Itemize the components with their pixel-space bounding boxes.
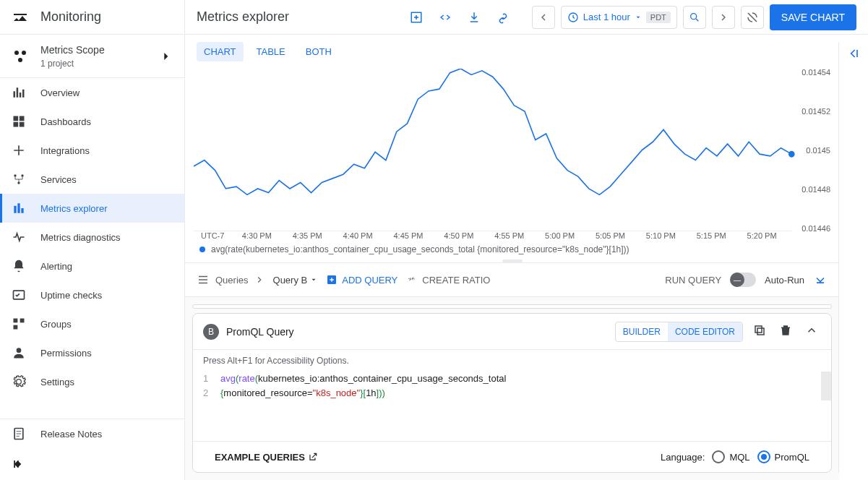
nav-label: Groups [40, 319, 72, 330]
chevron-left-icon [538, 12, 549, 23]
x-tick: 5:00 PM [535, 231, 585, 240]
tab-chart[interactable]: CHART [197, 42, 244, 61]
y-tick: 0.0145 [806, 146, 830, 155]
tab-table[interactable]: TABLE [249, 42, 293, 61]
nav-label: Overview [40, 87, 80, 98]
collapse-card-button[interactable] [802, 321, 821, 342]
zoom-icon [689, 12, 700, 23]
time-prev-button[interactable] [532, 6, 555, 29]
integrations-icon [12, 143, 26, 158]
nav-release-notes[interactable]: Release Notes [0, 419, 184, 448]
side-panel [839, 35, 868, 480]
x-tick: 4:40 PM [332, 231, 383, 240]
dropdown-icon [635, 14, 642, 21]
create-ratio-button[interactable]: CREATE RATIO [406, 274, 490, 286]
chart-svg [194, 69, 830, 231]
svg-point-17 [788, 151, 795, 158]
legend-text: avg(rate(kubernetes_io:anthos_container_… [211, 244, 629, 254]
auto-refresh-button[interactable] [741, 6, 764, 29]
zoom-button[interactable] [683, 6, 706, 29]
chart[interactable]: 0.01454 0.01452 0.0145 0.01448 0.01446 [194, 69, 830, 231]
query-selector[interactable]: Query B [273, 275, 318, 286]
query-card: B PromQL Query BUILDER CODE EDITOR Press… [192, 313, 832, 473]
svg-point-3 [17, 149, 20, 151]
nav-services[interactable]: Services [0, 165, 184, 194]
trash-icon [779, 324, 792, 337]
link-button[interactable] [491, 6, 515, 29]
svg-point-5 [21, 174, 23, 176]
delete-button[interactable] [776, 321, 795, 342]
nav-settings[interactable]: Settings [0, 367, 184, 396]
panel-toggle[interactable] [846, 46, 861, 63]
editor-wrap: B PromQL Query BUILDER CODE EDITOR Press… [185, 297, 839, 480]
metrics-scope[interactable]: Metrics Scope 1 project [0, 35, 184, 78]
view-tabs: CHART TABLE BOTH [185, 35, 839, 69]
example-queries-link[interactable]: EXAMPLE QUERIES [215, 452, 318, 463]
nav-groups[interactable]: Groups [0, 309, 184, 338]
accessibility-hint: Press Alt+F1 for Accessibility Options. [193, 350, 831, 372]
nav-permissions[interactable]: Permissions [0, 338, 184, 367]
sidebar-collapse[interactable] [0, 448, 184, 480]
chevron-right-icon [254, 275, 265, 285]
groups-icon [12, 317, 26, 331]
add-query-button[interactable]: ADD QUERY [326, 274, 398, 286]
code-editor-button[interactable]: CODE EDITOR [668, 322, 742, 341]
sidebar-header: Monitoring [0, 0, 184, 35]
nav-label: Permissions [40, 348, 92, 359]
svg-point-1 [22, 51, 26, 55]
list-icon [197, 273, 210, 286]
language-label: Language: [661, 452, 705, 463]
nav-label: Alerting [40, 261, 72, 272]
copy-button[interactable] [750, 321, 769, 342]
time-range-label: Last 1 hour [583, 12, 630, 22]
y-tick: 0.01448 [802, 185, 830, 194]
query-selected: Query B [273, 275, 308, 286]
services-icon [12, 172, 26, 187]
nav-label: Metrics explorer [40, 203, 107, 214]
time-range-button[interactable]: Last 1 hour PDT [561, 6, 677, 29]
nav-overview[interactable]: Overview [0, 78, 184, 107]
tab-both[interactable]: BOTH [298, 42, 339, 61]
notes-icon [12, 427, 26, 441]
x-tick: 5:10 PM [635, 231, 686, 240]
collapse-down-icon[interactable] [813, 273, 828, 287]
svg-rect-8 [14, 319, 18, 323]
collapsed-card[interactable] [192, 304, 832, 309]
nav-uptime[interactable]: Uptime checks [0, 280, 184, 309]
scope-subtitle: 1 project [40, 59, 147, 69]
scope-icon [12, 48, 29, 65]
code-editor[interactable]: 1avg(rate(kubernetes_io:anthos_container… [193, 372, 831, 400]
x-tick: 4:45 PM [383, 231, 434, 240]
nav-integrations[interactable]: Integrations [0, 136, 184, 165]
run-query-button[interactable]: RUN QUERY [665, 275, 721, 286]
nav-alerting[interactable]: Alerting [0, 252, 184, 280]
promql-radio[interactable]: PromQL [757, 450, 809, 463]
time-next-button[interactable] [712, 6, 735, 29]
save-chart-button[interactable]: SAVE CHART [770, 4, 856, 30]
x-tick: 4:55 PM [484, 231, 535, 240]
auto-run-toggle[interactable] [730, 273, 756, 287]
alerting-icon [12, 259, 26, 273]
queries-label: Queries [215, 275, 249, 286]
builder-button[interactable]: BUILDER [616, 322, 668, 341]
mql-radio[interactable]: MQL [712, 450, 749, 463]
nav-diagnostics[interactable]: Metrics diagnostics [0, 223, 184, 252]
download-button[interactable] [463, 6, 486, 29]
add-panel-button[interactable] [405, 6, 428, 29]
x-tick: 5:05 PM [585, 231, 636, 240]
svg-point-11 [17, 348, 22, 353]
query-bar: Queries Query B ADD QUERY CREATE RATIO [185, 262, 839, 297]
link-icon [497, 11, 510, 24]
svg-point-6 [17, 181, 20, 184]
main: Metrics explorer Last 1 hour PDT SAVE CH… [185, 0, 868, 480]
chart-legend: avg(rate(kubernetes_io:anthos_container_… [185, 240, 839, 259]
nav-label: Uptime checks [40, 290, 102, 301]
nav-label: Metrics diagnostics [40, 232, 121, 243]
svg-rect-10 [14, 325, 18, 330]
nav-label: Services [40, 174, 77, 185]
legend-dot [199, 247, 205, 252]
nav-metrics-explorer[interactable]: Metrics explorer [0, 194, 184, 223]
nav-dashboards[interactable]: Dashboards [0, 107, 184, 136]
code-button[interactable] [434, 6, 457, 29]
add-query-label: ADD QUERY [342, 275, 398, 286]
